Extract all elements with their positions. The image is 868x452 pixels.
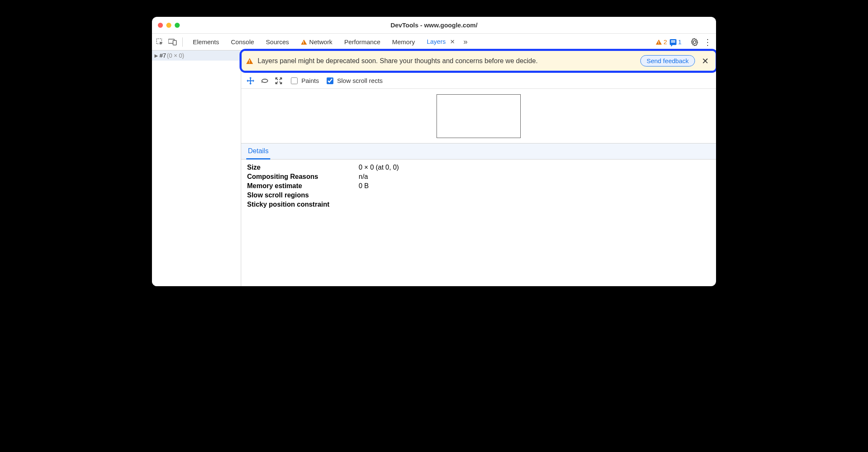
- traffic-lights: [158, 23, 180, 28]
- paints-label: Paints: [301, 77, 319, 84]
- paints-checkbox-input[interactable]: [291, 77, 298, 84]
- inspect-element-icon[interactable]: [154, 37, 165, 48]
- minimize-window-button[interactable]: [166, 23, 171, 28]
- tab-console[interactable]: Console: [225, 34, 260, 51]
- detail-value: 0 B: [359, 182, 369, 190]
- issue-counters: 2 1: [656, 38, 682, 45]
- detail-label: Size: [247, 164, 359, 171]
- svg-rect-2: [173, 40, 176, 45]
- detail-row: Size 0 × 0 (at 0, 0): [247, 164, 710, 171]
- send-feedback-button[interactable]: Send feedback: [640, 55, 695, 66]
- more-options-button[interactable]: ⋮: [702, 37, 714, 47]
- warning-icon: [301, 40, 307, 45]
- details-tab-bar: Details: [241, 144, 716, 160]
- slow-scroll-checkbox-input[interactable]: [327, 77, 333, 84]
- layers-tree-sidebar: ▶ #7 (0 × 0): [152, 51, 241, 286]
- close-window-button[interactable]: [158, 23, 163, 28]
- paints-checkbox[interactable]: Paints: [289, 76, 319, 85]
- window-title: DevTools - www.google.com/: [152, 21, 716, 29]
- layers-view-toolbar: Paints Slow scroll rects: [241, 73, 716, 89]
- slow-scroll-checkbox[interactable]: Slow scroll rects: [325, 76, 383, 85]
- panel-content: ▶ #7 (0 × 0) Layers panel might be depre…: [152, 51, 716, 286]
- chat-icon: [670, 39, 676, 45]
- detail-row: Compositing Reasons n/a: [247, 173, 710, 181]
- pan-mode-icon[interactable]: [246, 77, 255, 85]
- slow-scroll-label: Slow scroll rects: [337, 77, 383, 84]
- warning-icon: [656, 40, 662, 45]
- device-toolbar-icon[interactable]: [167, 37, 178, 48]
- reset-view-icon[interactable]: [275, 77, 283, 85]
- expand-arrow-icon[interactable]: ▶: [154, 53, 158, 58]
- layers-3d-view[interactable]: [241, 89, 716, 144]
- settings-button[interactable]: [689, 37, 700, 48]
- close-icon[interactable]: ✕: [700, 56, 711, 66]
- detail-row: Slow scroll regions: [247, 191, 710, 199]
- detail-value: n/a: [359, 173, 368, 181]
- layer-id: #7: [160, 52, 166, 59]
- devtools-window: DevTools - www.google.com/ Elements Cons…: [152, 17, 716, 286]
- detail-label: Sticky position constraint: [247, 201, 359, 208]
- tab-layers[interactable]: Layers ✕: [421, 34, 461, 51]
- warning-icon: [246, 58, 253, 64]
- more-tabs-icon[interactable]: »: [461, 37, 469, 46]
- layers-main-pane: Layers panel might be deprecated soon. S…: [241, 51, 716, 286]
- detail-label: Memory estimate: [247, 182, 359, 190]
- detail-value: 0 × 0 (at 0, 0): [359, 164, 399, 171]
- tab-network[interactable]: Network: [295, 34, 338, 51]
- main-toolbar: Elements Console Sources Network Perform…: [152, 34, 716, 51]
- rotate-mode-icon[interactable]: [261, 77, 269, 84]
- layer-rect[interactable]: [437, 94, 521, 138]
- detail-row: Memory estimate 0 B: [247, 182, 710, 190]
- close-icon[interactable]: ✕: [450, 38, 455, 45]
- tab-sources[interactable]: Sources: [260, 34, 295, 51]
- tab-elements[interactable]: Elements: [187, 34, 225, 51]
- details-panel: Size 0 × 0 (at 0, 0) Compositing Reasons…: [241, 160, 716, 214]
- details-tab[interactable]: Details: [246, 144, 270, 160]
- toolbar-divider: [182, 37, 183, 47]
- layer-dimensions: (0 × 0): [167, 52, 184, 59]
- banner-message: Layers panel might be deprecated soon. S…: [258, 57, 635, 65]
- deprecation-banner-highlight: Layers panel might be deprecated soon. S…: [240, 49, 716, 73]
- tab-memory[interactable]: Memory: [386, 34, 421, 51]
- panel-tabs: Elements Console Sources Network Perform…: [187, 34, 469, 51]
- tab-performance[interactable]: Performance: [338, 34, 386, 51]
- layer-tree-item[interactable]: ▶ #7 (0 × 0): [152, 51, 241, 61]
- titlebar: DevTools - www.google.com/: [152, 17, 716, 34]
- deprecation-banner: Layers panel might be deprecated soon. S…: [242, 51, 716, 71]
- detail-label: Slow scroll regions: [247, 191, 359, 199]
- warnings-counter[interactable]: 2: [656, 38, 667, 45]
- detail-row: Sticky position constraint: [247, 201, 710, 208]
- issues-counter[interactable]: 1: [670, 38, 682, 45]
- detail-label: Compositing Reasons: [247, 173, 359, 181]
- zoom-window-button[interactable]: [175, 23, 180, 28]
